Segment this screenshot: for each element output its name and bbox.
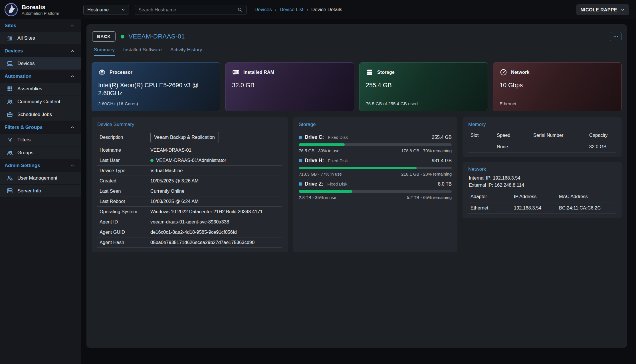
sidebar-item-scheduled-jobs[interactable]: Scheduled Jobs	[0, 108, 81, 121]
drive-type: Fixed Disk	[327, 182, 347, 186]
device-header: BACK VEEAM-DRAAS-01	[92, 30, 622, 43]
detail-grid: Device Summary Description Hostname	[92, 117, 622, 252]
sidebar-section-label: Automation	[5, 74, 31, 79]
chevron-up-icon	[70, 23, 75, 29]
drive-size: 255.4 GB	[432, 135, 452, 140]
tab-summary[interactable]: Summary	[94, 47, 115, 56]
sidebar-item-server-info[interactable]: Server Info	[0, 185, 81, 198]
drive-type: Fixed Disk	[328, 158, 348, 163]
drive-drive-h: Drive H: Fixed Disk 931.4 GB 713.3 GB - …	[299, 158, 452, 176]
stat-card-title: Network	[511, 70, 530, 75]
breadcrumb-current: Device Details	[311, 7, 342, 13]
sidebar-item-community-content[interactable]: Community Content	[0, 95, 81, 108]
summary-label: Last User	[100, 158, 150, 163]
drive-drive-z: Drive Z: Fixed Disk 8.0 TB 2.8 TB - 35% …	[299, 181, 452, 200]
drive-usage-bar	[299, 190, 452, 193]
sidebar-item-icon	[7, 98, 13, 105]
storage-title: Storage	[299, 122, 452, 127]
tab-activity-history[interactable]: Activity History	[170, 47, 202, 56]
sidebar-section-label: Devices	[5, 48, 23, 54]
drive-remaining-text: 178.8 GB - 70% remaining	[401, 148, 452, 153]
drive-usage-bar	[299, 167, 452, 169]
summary-value: 10/03/2025 @ 6:24 AM	[150, 199, 199, 204]
stat-cards: Processor Intel(R) Xeon(R) CPU E5-2690 v…	[92, 62, 622, 111]
sidebar-item-groups[interactable]: Groups	[0, 147, 81, 159]
sidebar-item-icon	[7, 175, 13, 181]
sidebar-section-admin-settings[interactable]: Admin Settings	[0, 159, 81, 172]
memory-cell	[533, 144, 589, 150]
memory-table-body: None 32.0 GB	[468, 141, 616, 152]
chevron-down-icon	[121, 7, 126, 12]
breadcrumb-device-list[interactable]: Device List	[280, 7, 303, 13]
chevron-up-icon	[70, 163, 75, 168]
drive-bullet-icon	[299, 136, 302, 139]
right-column: Memory SlotSpeedSerial NumberCapacity No…	[463, 117, 622, 252]
user-name: NICOLE RAPPE	[580, 7, 617, 13]
breadcrumb-devices[interactable]: Devices	[255, 7, 272, 13]
sidebar-item-all-sites[interactable]: All Sites	[0, 32, 81, 45]
summary-row-agent-id: Agent ID veeam-draas-01-agent-svc-8930a3…	[97, 217, 282, 227]
drive-remaining-text: 218.1 GB - 23% remaining	[401, 172, 452, 176]
drive-usage-fill	[299, 167, 417, 169]
sidebar-item-label: Groups	[17, 150, 33, 156]
sidebar-item-icon	[7, 188, 13, 194]
search-input[interactable]	[138, 7, 237, 13]
description-input[interactable]	[150, 132, 219, 143]
summary-value: Virtual Machine	[150, 168, 183, 173]
drive-bullet-icon	[299, 159, 302, 162]
stat-card-processor: Processor Intel(R) Xeon(R) CPU E5-2690 v…	[92, 62, 220, 111]
stat-card-icon	[366, 68, 373, 76]
app-subtitle: Automation Platform	[22, 11, 59, 16]
user-menu-button[interactable]: NICOLE RAPPE	[576, 4, 629, 15]
hostname-filter-select[interactable]: Hostname	[83, 5, 129, 15]
sidebar-section-sites[interactable]: Sites	[0, 19, 81, 32]
stat-card-value: Intel(R) Xeon(R) CPU E5-2690 v3 @ 2.60GH…	[98, 81, 205, 97]
drive-bullet-icon	[299, 182, 302, 186]
memory-cell: None	[497, 141, 533, 152]
sidebar-item-assemblies[interactable]: Assemblies	[0, 83, 81, 95]
summary-label: Hostname	[100, 147, 150, 153]
sidebar-section-devices[interactable]: Devices	[0, 45, 81, 57]
brand: Borealis Automation Platform	[0, 3, 81, 17]
sidebar-item-devices[interactable]: Devices	[0, 57, 81, 70]
network-cell: BC:24:11:CA:C6:2C	[559, 202, 616, 213]
sidebar: Sites All Sites Devices	[0, 19, 81, 364]
drive-used-text: 713.3 GB - 77% in use	[299, 172, 342, 176]
search-box[interactable]	[135, 5, 247, 15]
stat-card-icon	[98, 68, 106, 76]
summary-value: VEEAM-DRAAS-01	[150, 147, 191, 153]
back-button[interactable]: BACK	[92, 31, 116, 42]
main-content: BACK VEEAM-DRAAS-01 Summary Installed So…	[81, 19, 636, 364]
summary-row-last-reboot: Last Reboot 10/03/2025 @ 6:24 AM	[97, 196, 282, 207]
topbar: Borealis Automation Platform Hostname De…	[0, 0, 636, 19]
summary-row-hostname: Hostname VEEAM-DRAAS-01	[97, 145, 282, 155]
stat-card-footer: Ethernet	[500, 101, 516, 106]
drive-type: Fixed Disk	[328, 135, 348, 140]
device-summary-title: Device Summary	[97, 122, 282, 127]
stat-card-icon	[500, 68, 507, 76]
summary-row-created: Created 10/05/2025 @ 3:26 AM	[97, 176, 282, 186]
sidebar-section-filters-groups[interactable]: Filters & Groups	[0, 121, 81, 134]
sidebar-item-label: Server Info	[17, 188, 41, 194]
sidebar-item-label: User Management	[17, 175, 57, 181]
sidebar-section-automation[interactable]: Automation	[0, 70, 81, 83]
breadcrumb-separator: ›	[275, 7, 276, 13]
summary-label: Last Reboot	[100, 199, 150, 204]
summary-label: Agent Hash	[100, 240, 150, 245]
chevron-up-icon	[70, 125, 75, 130]
storage-panel: Storage Drive C: Fixed Disk 255.4 GB	[293, 117, 457, 252]
sidebar-item-user-management[interactable]: User Management	[0, 172, 81, 185]
chevron-up-icon	[70, 48, 75, 54]
summary-label: Last Seen	[100, 188, 150, 194]
summary-label: Created	[100, 178, 150, 184]
summary-label: Agent GUID	[100, 229, 150, 235]
network-ips: Internal IP: 192.168.3.54 External IP: 1…	[469, 174, 616, 189]
tab-installed-software[interactable]: Installed Software	[123, 47, 162, 56]
app-root: Borealis Automation Platform Hostname De…	[0, 0, 636, 364]
stat-card-icon	[232, 68, 240, 76]
drive-name: Drive H:	[305, 158, 324, 164]
more-actions-button[interactable]	[610, 32, 622, 41]
memory-header-cell: Capacity	[589, 130, 616, 141]
sidebar-item-filters[interactable]: Filters	[0, 134, 81, 147]
tabs: Summary Installed Software Activity Hist…	[94, 47, 622, 56]
